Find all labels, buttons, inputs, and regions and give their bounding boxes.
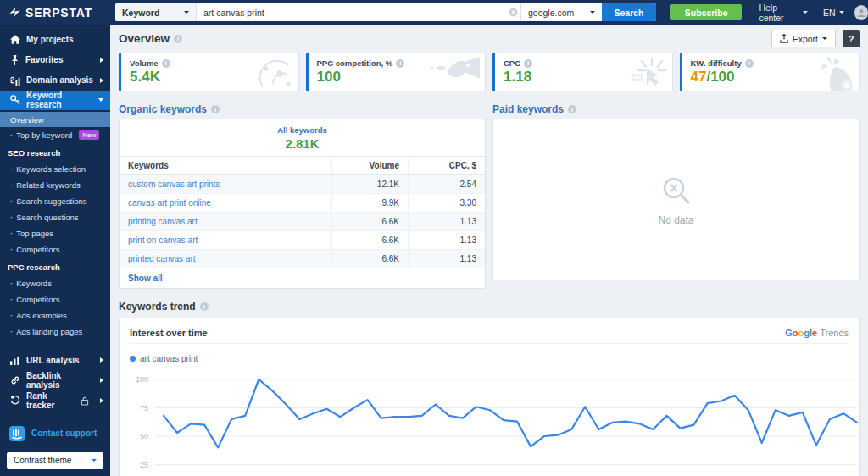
column-header-keywords[interactable]: Keywords — [120, 157, 331, 175]
table-row: custom canvas art prints 12.1K 2.54 — [120, 175, 485, 194]
sidebar-item-overview[interactable]: Overview — [0, 112, 110, 127]
sidebar-item-keywords-ppc[interactable]: Keywords — [0, 275, 110, 291]
chevron-down-icon — [184, 11, 189, 14]
chevron-down-icon — [92, 459, 97, 462]
paid-keywords-title: Paid keywords i — [492, 100, 860, 119]
stat-card-kw-difficulty: KW. difficultyi 47/100 — [680, 53, 860, 91]
sidebar-item-url-analysis[interactable]: URL analysis — [0, 350, 110, 370]
sidebar-item-top-pages[interactable]: Top pages — [0, 225, 110, 241]
info-icon[interactable]: i — [200, 302, 209, 311]
stat-card-ppc-competition: PPC competition, %i 100 — [306, 53, 487, 91]
table-row: printed canvas art 6.6K 1.13 — [120, 250, 485, 268]
sidebar-item-search-questions[interactable]: Search questions — [0, 209, 110, 225]
info-icon[interactable]: i — [211, 105, 220, 113]
pin-icon — [10, 55, 19, 65]
history-icon — [10, 396, 20, 406]
logo-text: SERPSTAT — [25, 6, 92, 19]
sidebar-item-keyword-research[interactable]: Keyword research — [0, 91, 110, 111]
sidebar-item-domain-analysis[interactable]: Domain analysis — [0, 70, 110, 91]
chevron-down-icon — [590, 11, 595, 14]
sidebar-item-my-projects[interactable]: My projects — [0, 30, 110, 50]
show-all-link[interactable]: Show all — [120, 268, 485, 288]
keyword-link[interactable]: print on canvas art — [120, 231, 331, 250]
key-icon — [10, 95, 20, 105]
sidebar-item-backlink-analysis[interactable]: Backlink analysis — [0, 370, 110, 390]
sidebar-item-rank-tracker[interactable]: Rank tracker — [0, 390, 110, 411]
svg-text:25: 25 — [140, 461, 148, 469]
serpstat-logo-icon — [8, 7, 21, 19]
link-icon — [10, 375, 20, 385]
sidebar-item-ads-examples[interactable]: Ads examples — [0, 307, 110, 324]
export-button[interactable]: Export — [771, 30, 836, 47]
contact-support-link[interactable]: Contact support — [0, 421, 110, 446]
sidebar-item-competitors-seo[interactable]: Competitors — [0, 241, 110, 257]
search-input[interactable] — [197, 3, 505, 21]
info-icon[interactable]: i — [162, 59, 170, 68]
sidebar-section-ppc-research: PPC research — [0, 258, 110, 275]
organic-keywords-title: Organic keywords i — [119, 100, 486, 119]
sidebar-section-seo-research: SEO research — [0, 144, 110, 161]
search-engine-value: google.com — [528, 8, 574, 18]
sidebar-item-related-keywords[interactable]: Related keywords — [0, 177, 110, 193]
all-keywords-value: 2.81K — [120, 136, 485, 151]
language-menu[interactable]: EN — [823, 8, 844, 18]
google-trends-logo: GoogleTrends — [785, 328, 849, 338]
avatar[interactable] — [854, 5, 868, 20]
target-decoration-icon — [810, 57, 854, 91]
svg-text:75: 75 — [140, 404, 148, 412]
column-header-volume[interactable]: Volume — [331, 157, 409, 175]
keyword-link[interactable]: printed canvas art — [120, 250, 331, 268]
user-icon — [856, 8, 866, 18]
all-keywords-summary: All keywords 2.81K — [120, 119, 485, 156]
help-center-label: Help center — [759, 3, 799, 23]
search-button[interactable]: Search — [602, 3, 656, 21]
chevron-right-icon — [100, 378, 103, 383]
info-icon[interactable]: i — [396, 59, 404, 68]
info-icon[interactable]: i — [568, 105, 576, 113]
sidebar-item-top-by-keyword[interactable]: Top by keyword New — [0, 127, 110, 143]
page-header: Overview i Export ? — [119, 25, 860, 53]
subscribe-button[interactable]: Subscribe — [670, 4, 742, 20]
sidebar-item-competitors-ppc[interactable]: Competitors — [0, 291, 110, 307]
chevron-right-icon — [100, 58, 103, 63]
keyword-link[interactable]: canvas art print online — [120, 194, 331, 213]
contrast-theme-select[interactable]: Contrast theme — [7, 452, 103, 469]
search-engine-dropdown[interactable]: google.com — [520, 3, 602, 21]
chart-legend: art canvas print — [130, 347, 849, 369]
organic-keywords-table: Keywords Volume CPC, $ custom canvas art… — [120, 156, 485, 268]
chevron-down-icon — [839, 11, 844, 14]
domain-chart-icon — [10, 75, 20, 86]
keyword-link[interactable]: custom canvas art prints — [120, 175, 331, 194]
keyword-link[interactable]: printing canvas art — [120, 213, 331, 231]
chevron-right-icon — [100, 78, 103, 83]
language-label: EN — [823, 8, 836, 18]
info-icon[interactable]: i — [524, 59, 532, 68]
paid-keywords-section: Paid keywords i No data — [492, 100, 860, 289]
all-keywords-label[interactable]: All keywords — [120, 125, 485, 135]
help-center-menu[interactable]: Help center — [759, 3, 808, 23]
svg-text:50: 50 — [140, 432, 148, 440]
stat-card-cpc: CPCi 1.18 — [492, 53, 673, 91]
sidebar-divider — [0, 346, 110, 346]
info-icon[interactable]: i — [174, 35, 182, 43]
trend-line-chart: 100755025 — [130, 373, 867, 476]
no-data-icon — [659, 174, 693, 208]
info-icon[interactable]: i — [745, 59, 754, 68]
new-badge: New — [79, 130, 99, 140]
serpstat-logo[interactable]: SERPSTAT — [0, 6, 112, 19]
lock-icon — [81, 396, 89, 406]
sidebar-item-favorites[interactable]: Favorites — [0, 50, 110, 70]
legend-label: art canvas print — [140, 354, 198, 363]
sidebar-item-keywords-selection[interactable]: Keywords selection — [0, 161, 110, 177]
bars-icon — [10, 356, 20, 365]
sidebar-item-ads-landing-pages[interactable]: Ads landing pages — [0, 324, 110, 340]
page-title: Overview i — [119, 32, 182, 45]
column-header-cpc[interactable]: CPC, $ — [409, 157, 486, 175]
sidebar-item-search-suggestions[interactable]: Search suggestions — [0, 193, 110, 209]
help-button[interactable]: ? — [843, 30, 860, 47]
stat-cards: Volumei 5.4K PPC competition, %i 100 CPC… — [119, 53, 860, 91]
main-content: Overview i Export ? Volumei 5.4K PPC com… — [110, 25, 868, 476]
clear-search-icon[interactable] — [505, 3, 520, 21]
search-type-dropdown[interactable]: Keyword — [115, 3, 197, 21]
sidebar: My projects Favorites Domain analysis Ke… — [0, 25, 110, 476]
